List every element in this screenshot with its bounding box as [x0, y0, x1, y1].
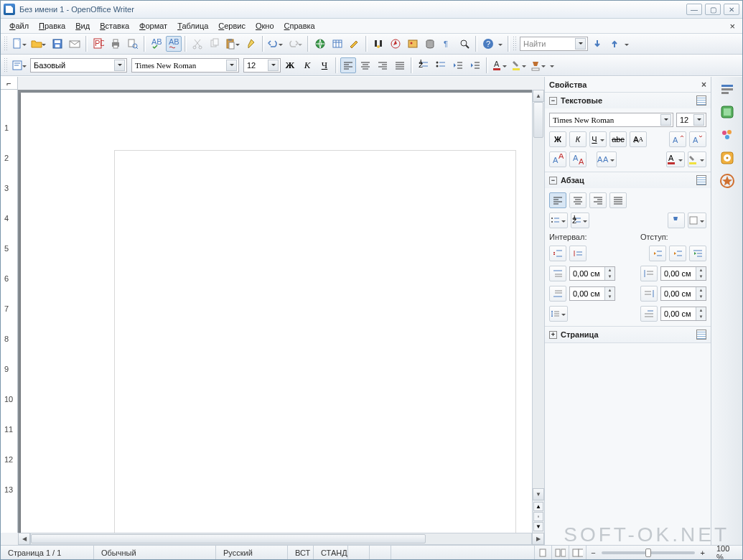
- rail-navigator-icon[interactable]: [719, 150, 735, 166]
- more-options-icon[interactable]: [696, 95, 706, 106]
- sb-italic-button[interactable]: К: [569, 131, 587, 147]
- data-sources-button[interactable]: [422, 36, 438, 52]
- sb-inc-indent-button[interactable]: [649, 246, 666, 261]
- rail-properties-icon[interactable]: [719, 81, 735, 97]
- align-center-button[interactable]: [358, 57, 373, 73]
- scroll-down-button[interactable]: ▼: [533, 488, 544, 500]
- save-button[interactable]: [50, 36, 65, 52]
- expand-icon[interactable]: +: [549, 331, 557, 339]
- sb-shrink-font-button[interactable]: A: [689, 131, 706, 147]
- hscroll-thumb[interactable]: [31, 534, 426, 543]
- menu-edit[interactable]: Правка: [34, 21, 70, 31]
- sb-bg-color-button[interactable]: [668, 213, 685, 228]
- horizontal-scrollbar[interactable]: ◀ ▶: [18, 533, 544, 545]
- sb-indent-left-field[interactable]: ▲▼: [660, 266, 706, 281]
- zoom-slider[interactable]: [602, 551, 695, 554]
- format-paintbrush-button[interactable]: [243, 36, 259, 52]
- toolbar-grip[interactable]: [4, 36, 8, 52]
- status-selmode[interactable]: СТАНД: [314, 546, 348, 559]
- view-book-icon[interactable]: [569, 546, 587, 559]
- zoom-in-icon[interactable]: +: [701, 549, 705, 557]
- undo-button[interactable]: [267, 36, 285, 52]
- find-toolbar-options[interactable]: [624, 36, 631, 52]
- nav-prev-icon[interactable]: ▲: [533, 502, 543, 511]
- sb-indent-right-field[interactable]: ▲▼: [660, 286, 706, 301]
- font-name-combo[interactable]: Times New Roman: [131, 58, 239, 73]
- background-color-button[interactable]: [530, 57, 548, 73]
- sb-align-center[interactable]: [569, 192, 587, 208]
- table-button[interactable]: [330, 36, 345, 52]
- zoom-value[interactable]: 100 %: [709, 546, 742, 559]
- sb-numbering-button[interactable]: 12: [571, 213, 589, 228]
- collapse-icon[interactable]: −: [549, 97, 557, 105]
- show-draw-button[interactable]: [347, 36, 363, 52]
- fmt-toolbar-options[interactable]: [549, 57, 556, 73]
- rail-styles-icon[interactable]: [719, 104, 735, 120]
- sb-inc-spacing-button[interactable]: [549, 246, 566, 261]
- sb-dec-spacing-button[interactable]: [569, 246, 587, 261]
- numbering-button[interactable]: 12: [416, 57, 431, 73]
- fmt-grip[interactable]: [4, 57, 8, 73]
- styles-button[interactable]: [11, 57, 29, 73]
- para-style-combo[interactable]: Базовый: [30, 58, 127, 73]
- sb-size-combo[interactable]: 12: [676, 113, 706, 127]
- find-combo[interactable]: Найти: [520, 37, 588, 51]
- italic-button[interactable]: К: [299, 57, 315, 73]
- view-multi-icon[interactable]: [552, 546, 569, 559]
- menu-table[interactable]: Таблица: [173, 21, 212, 31]
- rail-gallery-icon[interactable]: [719, 127, 735, 143]
- nonprinting-chars-button[interactable]: ¶: [439, 36, 455, 52]
- auto-spellcheck-button[interactable]: ABC: [166, 36, 182, 52]
- sb-first-line-field[interactable]: ▲▼: [660, 307, 706, 321]
- sb-hanging-indent-button[interactable]: [689, 246, 706, 261]
- print-preview-button[interactable]: [125, 36, 141, 52]
- scroll-left-button[interactable]: ◀: [18, 533, 30, 545]
- sb-font-combo[interactable]: Times New Roman: [549, 113, 673, 127]
- underline-button[interactable]: Ч: [317, 57, 332, 73]
- document-canvas[interactable]: [18, 90, 532, 533]
- sb-align-justify[interactable]: [609, 192, 627, 208]
- sb-space-above-field[interactable]: ▲▼: [569, 266, 615, 281]
- align-right-button[interactable]: [375, 57, 391, 73]
- hyperlink-button[interactable]: [312, 36, 328, 52]
- open-button[interactable]: [30, 36, 48, 52]
- section-para-title[interactable]: − Абзац: [545, 172, 711, 188]
- scroll-right-button[interactable]: ▶: [532, 533, 544, 545]
- doc-close-icon[interactable]: ×: [726, 21, 738, 32]
- decrease-indent-button[interactable]: [450, 57, 466, 73]
- view-single-icon[interactable]: [535, 546, 552, 559]
- sb-grow-font-button[interactable]: A: [669, 131, 686, 147]
- find-toolbar-grip[interactable]: [513, 36, 517, 52]
- status-insert[interactable]: ВСТ: [288, 546, 314, 559]
- redo-button[interactable]: [286, 36, 304, 52]
- section-text-title[interactable]: − Текстовые: [545, 93, 711, 108]
- find-prev-button[interactable]: [607, 36, 622, 52]
- gallery-button[interactable]: [405, 36, 421, 52]
- nav-select-icon[interactable]: ◦: [533, 512, 543, 521]
- find-replace-button[interactable]: [370, 36, 386, 52]
- find-next-button[interactable]: [589, 36, 605, 52]
- highlight-color-button[interactable]: [510, 57, 528, 73]
- bullets-button[interactable]: [433, 57, 449, 73]
- sb-bold-button[interactable]: Ж: [549, 131, 566, 147]
- zoom-out-icon[interactable]: −: [591, 549, 595, 557]
- sb-font-color-button[interactable]: A: [666, 151, 685, 167]
- toolbar-options-button[interactable]: [497, 36, 505, 52]
- sb-align-right[interactable]: [589, 192, 607, 208]
- menu-tools[interactable]: Сервис: [214, 21, 250, 31]
- sb-spacing-button[interactable]: AA: [597, 151, 617, 167]
- navigator-button[interactable]: [388, 36, 403, 52]
- sb-space-below-field[interactable]: ▲▼: [569, 286, 615, 301]
- sb-superscript-button[interactable]: AA: [549, 151, 566, 167]
- ruler-corner[interactable]: ⌐: [1, 77, 18, 90]
- menu-file[interactable]: Файл: [5, 21, 33, 31]
- zoom-button[interactable]: [457, 36, 472, 52]
- spellcheck-button[interactable]: ABC: [149, 36, 164, 52]
- sb-align-left[interactable]: [549, 192, 566, 208]
- font-color-button[interactable]: A: [491, 57, 509, 73]
- close-button[interactable]: ✕: [724, 4, 739, 15]
- sb-dec-indent-button[interactable]: [669, 246, 686, 261]
- scroll-thumb[interactable]: [533, 102, 543, 138]
- bold-button[interactable]: Ж: [282, 57, 298, 73]
- sidebar-close-icon[interactable]: ×: [701, 80, 706, 90]
